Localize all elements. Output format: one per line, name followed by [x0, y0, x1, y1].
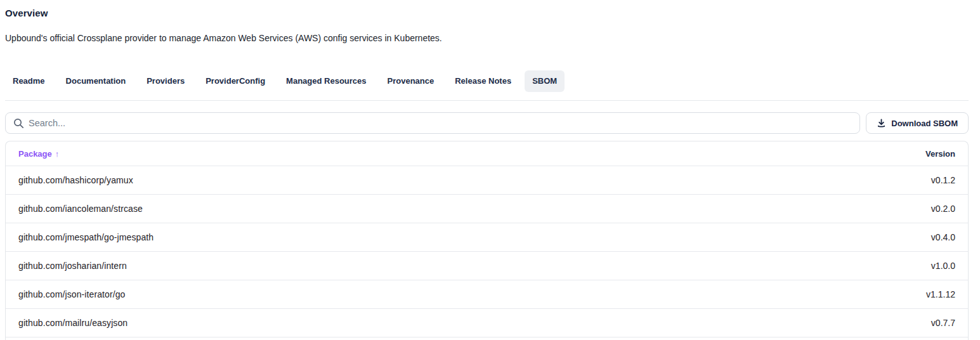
search-box	[5, 112, 860, 134]
table-row: github.com/josharian/intern v1.0.0	[6, 252, 968, 280]
package-column-label: Package	[18, 149, 52, 159]
package-version: v0.4.0	[931, 232, 955, 242]
package-version: v0.1.2	[931, 175, 955, 185]
package-name: github.com/hashicorp/yamux	[18, 175, 133, 185]
tab-bar: Readme Documentation Providers ProviderC…	[5, 70, 969, 101]
tab-readme[interactable]: Readme	[5, 70, 53, 92]
page-title: Overview	[5, 0, 969, 18]
package-name: github.com/iancoleman/strcase	[18, 204, 143, 214]
column-header-package[interactable]: Package ↑	[18, 149, 59, 159]
download-icon	[877, 119, 886, 128]
package-version: v1.0.0	[931, 261, 955, 271]
tab-sbom[interactable]: SBOM	[525, 70, 565, 92]
sort-ascending-icon: ↑	[55, 149, 60, 159]
sbom-toolbar: Download SBOM	[5, 112, 969, 134]
table-row: github.com/hashicorp/yamux v0.1.2	[6, 166, 968, 195]
package-name: github.com/josharian/intern	[18, 261, 127, 271]
package-version: v0.2.0	[931, 204, 955, 214]
package-description: Upbound's official Crossplane provider t…	[5, 34, 969, 43]
table-row: github.com/json-iterator/go v1.1.12	[6, 280, 968, 309]
table-row: github.com/mailru/easyjson v0.7.7	[6, 309, 968, 337]
tab-provenance[interactable]: Provenance	[380, 70, 442, 92]
package-name: github.com/jmespath/go-jmespath	[18, 232, 154, 242]
package-version: v0.7.7	[931, 318, 955, 328]
download-sbom-button[interactable]: Download SBOM	[866, 112, 969, 134]
column-header-version[interactable]: Version	[925, 149, 955, 159]
table-row-partial	[6, 337, 968, 340]
package-name: github.com/json-iterator/go	[18, 289, 125, 299]
tab-managed-resources[interactable]: Managed Resources	[278, 70, 374, 92]
tab-documentation[interactable]: Documentation	[58, 70, 134, 92]
search-icon	[13, 118, 24, 129]
download-button-label: Download SBOM	[891, 119, 958, 128]
sbom-package-table: Package ↑ Version github.com/hashicorp/y…	[5, 141, 969, 340]
tab-providers[interactable]: Providers	[139, 70, 192, 92]
table-row: github.com/jmespath/go-jmespath v0.4.0	[6, 223, 968, 252]
page-content: Overview Upbound's official Crossplane p…	[5, 0, 969, 340]
table-row: github.com/iancoleman/strcase v0.2.0	[6, 195, 968, 223]
tab-providerconfig[interactable]: ProviderConfig	[198, 70, 273, 92]
package-name: github.com/mailru/easyjson	[18, 318, 127, 328]
tab-release-notes[interactable]: Release Notes	[447, 70, 519, 92]
package-version: v1.1.12	[926, 289, 955, 299]
table-header-row: Package ↑ Version	[6, 141, 968, 166]
search-input[interactable]	[6, 113, 859, 133]
